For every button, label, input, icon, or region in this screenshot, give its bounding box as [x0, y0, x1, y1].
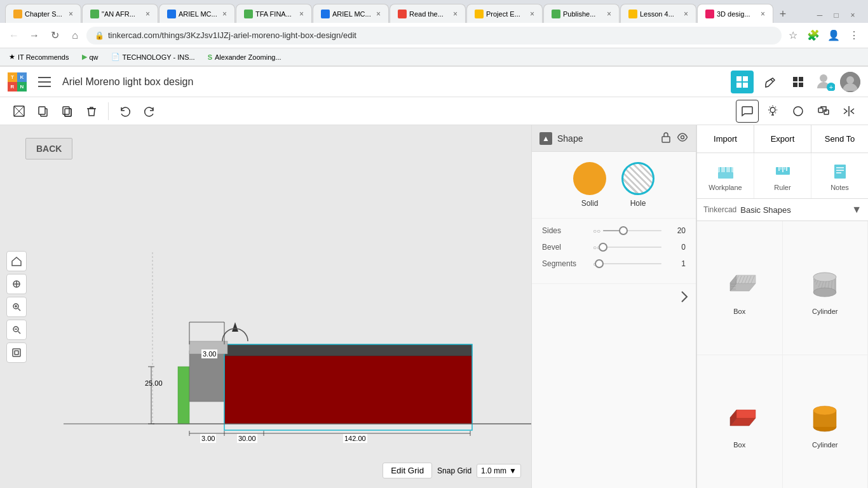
tab-3[interactable]: ARIEL MC... × — [159, 4, 235, 23]
tab-close-1[interactable]: × — [69, 10, 73, 18]
comment-button[interactable] — [736, 100, 759, 123]
shapes-dropdown-arrow[interactable]: ▼ — [851, 204, 862, 215]
add-user-button[interactable]: + — [815, 71, 835, 93]
bevel-slider-thumb[interactable] — [599, 243, 607, 252]
tab-10[interactable]: 3D desig... × — [697, 4, 773, 23]
segments-slider-thumb[interactable] — [595, 259, 604, 268]
tab-close-5[interactable]: × — [376, 10, 381, 18]
logo-cell-n: N — [17, 82, 27, 92]
tab-close-9[interactable]: × — [684, 10, 688, 18]
ruler-icon — [773, 161, 793, 181]
solid-shape-option[interactable]: Solid — [573, 162, 606, 208]
home-button[interactable]: ⌂ — [66, 27, 84, 44]
export-button[interactable]: Export — [754, 125, 811, 152]
sides-label: Sides — [542, 226, 593, 235]
bookmark-it-recommends[interactable]: ★ IT Recommends — [5, 51, 73, 62]
shapes-category-select[interactable]: Basic Shapes — [740, 205, 848, 215]
bookmark-button[interactable]: ☆ — [784, 27, 802, 44]
tab-close-4[interactable]: × — [299, 10, 304, 18]
extensions-button[interactable]: 🧩 — [804, 27, 822, 44]
flip-button[interactable] — [837, 100, 860, 123]
tab-8[interactable]: Publishe... × — [543, 4, 620, 23]
undo-button[interactable] — [114, 100, 137, 123]
shapes-panel-button[interactable] — [787, 71, 810, 93]
tab-2[interactable]: "AN AFR... × — [82, 4, 158, 23]
delete-button[interactable] — [80, 100, 103, 123]
copy-button[interactable] — [32, 100, 55, 123]
app-container: T K R N Ariel Moreno light box design — [0, 67, 868, 488]
dimension-30: 30.00 — [237, 434, 257, 443]
shape-item-box-gray[interactable]: Box — [697, 221, 783, 355]
duplicate-button[interactable] — [56, 100, 79, 123]
svg-rect-3 — [736, 76, 742, 81]
svg-rect-30 — [189, 351, 224, 402]
tab-notes[interactable]: Notes — [811, 153, 868, 198]
settings-button[interactable]: ⋮ — [845, 27, 863, 44]
edit-view-button[interactable] — [759, 71, 782, 93]
shape-toggle-button[interactable] — [787, 100, 810, 123]
tab-close-7[interactable]: × — [530, 10, 534, 18]
zoom-out-button[interactable] — [6, 320, 27, 340]
shape-item-cylinder-orange[interactable]: Cylinder — [783, 355, 869, 489]
minimize-button[interactable]: ─ — [812, 8, 827, 23]
tab-close-10[interactable]: × — [761, 10, 765, 18]
address-text: tinkercad.com/things/3KzJsv1IJZj-ariel-m… — [108, 30, 356, 40]
sides-slider-thumb[interactable] — [619, 226, 628, 235]
tab-9[interactable]: Lesson 4... × — [620, 4, 696, 23]
svg-rect-0 — [38, 77, 51, 78]
shape-item-cylinder-gray[interactable]: Cylinder — [783, 221, 869, 355]
hole-shape-option[interactable]: Hole — [621, 162, 654, 208]
svg-rect-32 — [224, 344, 472, 356]
new-tab-button[interactable]: + — [774, 5, 792, 23]
profile-button[interactable]: 👤 — [825, 27, 843, 44]
tab-close-8[interactable]: × — [607, 10, 611, 18]
import-button[interactable]: Import — [697, 125, 754, 152]
shape-item-box-red[interactable]: Box — [697, 355, 783, 489]
close-button[interactable]: × — [845, 8, 860, 23]
new-object-button[interactable] — [8, 100, 31, 123]
bookmark-alexander[interactable]: S Alexander Zooming... — [204, 52, 285, 62]
snap-grid-select[interactable]: 1.0 mm ▼ — [477, 464, 521, 478]
canvas-svg — [0, 125, 531, 488]
group-button[interactable] — [812, 100, 835, 123]
tab-1[interactable]: Chapter S... × — [5, 4, 81, 23]
bookmark-qw[interactable]: ▶ qw — [78, 51, 102, 62]
user-avatar[interactable] — [840, 72, 860, 92]
sides-slider-wrap — [603, 230, 661, 231]
canvas-area[interactable]: BACK 25.00 3.00 30.00 142.00 3.00 — [0, 125, 531, 488]
home-view-button[interactable] — [6, 251, 27, 271]
collapse-button[interactable]: ▲ — [539, 132, 552, 145]
send-to-button[interactable]: Send To — [811, 125, 868, 152]
zoom-in-button[interactable] — [6, 297, 27, 317]
hamburger-menu-icon[interactable] — [34, 72, 55, 92]
reload-button[interactable]: ↻ — [46, 27, 64, 44]
tab-close-2[interactable]: × — [146, 10, 150, 18]
address-bar[interactable]: 🔒 tinkercad.com/things/3KzJsv1IJZj-ariel… — [86, 27, 782, 44]
lock-icon[interactable] — [660, 132, 672, 145]
sides-slider-track — [603, 230, 661, 231]
svg-line-51 — [18, 309, 21, 311]
orbit-button[interactable] — [6, 274, 27, 294]
tab-6[interactable]: Read the... × — [390, 4, 466, 23]
shapes-grid: Box — [697, 221, 868, 488]
forward-nav-button[interactable]: → — [25, 27, 43, 44]
expand-panel-button[interactable] — [532, 284, 696, 309]
visibility-icon[interactable] — [677, 132, 688, 145]
back-view-button[interactable]: BACK — [25, 138, 72, 159]
tab-7[interactable]: Project E... × — [466, 4, 543, 23]
tab-5[interactable]: ARIEL MC... × — [313, 4, 389, 23]
grid-view-button[interactable] — [731, 71, 754, 93]
maximize-button[interactable]: □ — [829, 8, 844, 23]
tab-ruler[interactable]: Ruler — [754, 153, 811, 198]
tab-close-3[interactable]: × — [222, 10, 227, 18]
toolbar — [0, 97, 868, 125]
back-nav-button[interactable]: ← — [5, 27, 23, 44]
fit-view-button[interactable] — [6, 342, 27, 363]
tab-close-6[interactable]: × — [453, 10, 458, 18]
redo-button[interactable] — [138, 100, 161, 123]
edit-grid-button[interactable]: Edit Grid — [383, 463, 432, 478]
light-button[interactable] — [761, 100, 784, 123]
tab-4[interactable]: TFA FINA... × — [236, 4, 312, 23]
tab-workplane[interactable]: Workplane — [697, 153, 754, 198]
bookmark-technology[interactable]: 📄 TECHNOLOGY - INS... — [107, 51, 199, 62]
